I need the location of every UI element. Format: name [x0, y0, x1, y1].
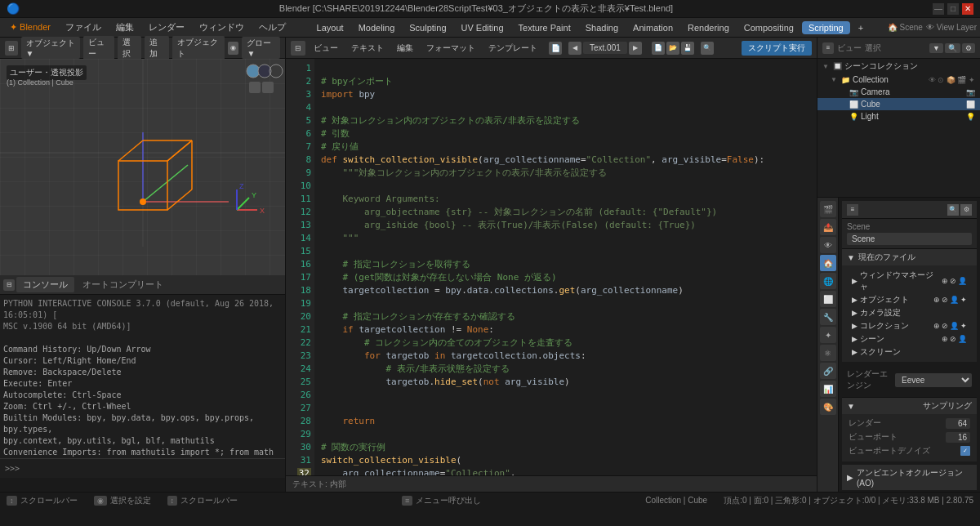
scroll-btn-2[interactable]: ↕ [167, 496, 178, 506]
script-edit-menu[interactable]: 編集 [392, 42, 418, 55]
prop-tab-material[interactable]: 🎨 [820, 399, 836, 415]
ws-tab-modeling[interactable]: Modeling [352, 21, 402, 34]
viewport-add-menu[interactable]: 追加 [145, 36, 168, 60]
minimize-button[interactable]: — [933, 3, 944, 15]
prop-tab-physics[interactable]: ⚛ [820, 345, 836, 361]
menu-edit[interactable]: 編集 [109, 20, 140, 35]
file-item-cam[interactable]: ▶ カメラ設定 [849, 306, 970, 319]
ao-header[interactable]: ▶ アンビエントオクルージョン(AO) [842, 465, 977, 490]
ws-tab-animation[interactable]: Animation [626, 21, 679, 34]
outliner-item-cube[interactable]: ⬜ Cube ⬜ [817, 98, 980, 110]
viewport-view-menu[interactable]: ビュー [83, 36, 114, 60]
ws-tab-texture[interactable]: Texture Paint [512, 21, 577, 34]
ws-tab-layout[interactable]: Layout [310, 21, 350, 34]
props-filter[interactable]: ⚙ [960, 204, 972, 216]
script-format-menu[interactable]: フォーマット [421, 42, 480, 55]
script-open-btn[interactable]: 📂 [666, 42, 679, 55]
viewport-overlay-btn[interactable]: ◉ [228, 42, 239, 55]
collection-visibility[interactable]: 👁 ⊙ 📦 🎬 ✦ [929, 76, 975, 84]
wm-icon-1[interactable]: ⊕ [942, 277, 948, 285]
file-item-obj[interactable]: ▶ オブジェクト ⊕ ⊘ 👤 ✦ [849, 293, 970, 306]
outliner-search-btn[interactable]: 🔍 [945, 43, 960, 53]
script-new-btn[interactable]: 📄 [652, 42, 665, 55]
file-item-wm[interactable]: ▶ ウィンドウマネージャ ⊕ ⊘ 👤 [849, 269, 970, 293]
select-icon[interactable]: ◉ [94, 496, 107, 506]
ws-tab-rendering[interactable]: Rendering [681, 21, 736, 34]
ao-expand: ▶ [847, 473, 853, 482]
file-item-scene[interactable]: ▶ シーン ⊕ ⊘ 👤 [849, 332, 970, 345]
maximize-button[interactable]: □ [947, 3, 959, 15]
tab-console[interactable]: コンソール [16, 277, 74, 292]
viewport-object-ops[interactable]: オブジェクト [172, 36, 225, 60]
outliner-scene-collection[interactable]: ▼ 🔲 シーンコレクション [817, 59, 980, 74]
prop-tab-world[interactable]: 🌐 [820, 273, 836, 289]
code-area[interactable]: # bpyインポート import bpy # 対象コレクション内のオブジェクト… [314, 59, 817, 475]
svg-line-6 [118, 140, 143, 161]
file-item-screen[interactable]: ▶ スクリーン [849, 345, 970, 359]
menu-window[interactable]: ウィンドウ [193, 20, 251, 35]
script-next-btn[interactable]: ▶ [629, 42, 642, 55]
viewport-value[interactable]: 16 [946, 432, 970, 443]
script-editor-icon[interactable]: ⊟ [291, 41, 305, 56]
script-text-menu[interactable]: テキスト [346, 42, 389, 55]
viewport-gizmo[interactable]: グロー▼ [242, 37, 280, 59]
viewport-select-menu[interactable]: 選択 [118, 36, 141, 60]
script-filename[interactable]: Text.001 [583, 42, 627, 54]
script-file-icon[interactable]: 📄 [549, 42, 562, 55]
script-search-btn[interactable]: 🔍 [701, 42, 714, 55]
sampling-header[interactable]: ▼ サンプリング [842, 398, 977, 414]
prop-tab-data[interactable]: 📊 [820, 381, 836, 397]
viewport-canvas[interactable]: ユーザー・透視投影 (1) Collection | Cube [0, 59, 285, 275]
render-value[interactable]: 64 [946, 418, 970, 429]
ws-tab-compositing[interactable]: Compositing [737, 21, 800, 34]
run-script-button[interactable]: スクリプト実行 [742, 41, 812, 56]
file-item-col[interactable]: ▶ コレクション ⊕ ⊘ 👤 ✦ [849, 319, 970, 332]
prop-tab-render[interactable]: 🎬 [820, 201, 836, 217]
ws-tab-sculpting[interactable]: Sculpting [403, 21, 452, 34]
menu-file[interactable]: ファイル [59, 20, 108, 35]
script-prev-btn[interactable]: ◀ [568, 42, 581, 55]
blender-menu[interactable]: ✦ Blender [3, 20, 57, 34]
script-template-menu[interactable]: テンプレート [483, 42, 542, 55]
scene-name-field[interactable]: Scene [847, 233, 972, 245]
current-files-content: ▶ ウィンドウマネージャ ⊕ ⊘ 👤 ▶ オブジェクト [842, 265, 977, 362]
menu-render[interactable]: レンダー [142, 20, 191, 35]
prop-tab-constraints[interactable]: 🔗 [820, 363, 836, 379]
window-controls[interactable]: — □ ✕ [933, 3, 973, 15]
outliner-item-light[interactable]: 💡 Light 💡 [817, 110, 980, 123]
script-save-btn[interactable]: 💾 [681, 42, 694, 55]
console-editor-icon[interactable]: ⊟ [3, 279, 15, 291]
prop-tab-view[interactable]: 👁 [820, 237, 836, 253]
console-input-field[interactable] [20, 464, 280, 473]
close-button[interactable]: ✕ [962, 3, 973, 15]
prop-tab-scene[interactable]: 🏠 [820, 255, 836, 271]
tab-autocomplete[interactable]: オートコンプリート [76, 277, 170, 292]
outliner-item-collection[interactable]: ▼ 📁 Collection 👁 ⊙ 📦 🎬 ✦ [817, 74, 980, 86]
outliner-view-menu[interactable]: ビュー [837, 42, 862, 54]
outliner-filter-btn[interactable]: ▼ [929, 43, 943, 53]
prop-tab-object[interactable]: ⬜ [820, 291, 836, 307]
prop-tab-modifier[interactable]: 🔧 [820, 309, 836, 325]
outliner-item-camera[interactable]: 📷 Camera 📷 [817, 86, 980, 98]
scroll-btn-1[interactable]: ↕ [7, 496, 17, 506]
render-engine-select[interactable]: Eevee Cycles [895, 373, 972, 387]
menu-help[interactable]: ヘルプ [252, 20, 292, 35]
viewport-object-menu[interactable]: オブジェクト▼ [21, 37, 81, 59]
prop-tab-output[interactable]: 📤 [820, 219, 836, 235]
viewport-denoise-checkbox[interactable]: ✓ [960, 446, 970, 456]
viewport-editor-icon[interactable]: ⊞ [5, 41, 18, 56]
menu-icon[interactable]: ≡ [402, 496, 412, 506]
ws-tab-add[interactable]: + [852, 21, 870, 34]
ws-tab-uv[interactable]: UV Editing [455, 21, 510, 34]
wm-icon-3[interactable]: 👤 [958, 277, 967, 285]
ws-tab-shading[interactable]: Shading [579, 21, 625, 34]
current-files-header[interactable]: ▼ 現在のファイル [842, 249, 977, 265]
script-view-menu[interactable]: ビュー [309, 42, 343, 55]
outliner-icon[interactable]: ≡ [822, 42, 834, 54]
ws-tab-scripting[interactable]: Scripting [802, 21, 850, 34]
outliner-select-menu[interactable]: 選択 [865, 42, 881, 54]
outliner-options-btn[interactable]: ⚙ [962, 43, 975, 53]
wm-icon-2[interactable]: ⊘ [950, 277, 956, 285]
props-search[interactable]: 🔍 [947, 204, 959, 216]
prop-tab-particles[interactable]: ✦ [820, 327, 836, 343]
